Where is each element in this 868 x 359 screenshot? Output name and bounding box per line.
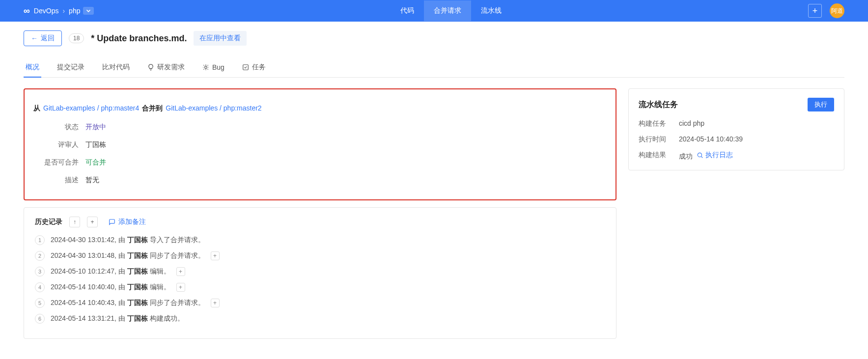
build-result-label: 构建结果 [639, 151, 672, 161]
history-item-text: 2024-04-30 13:01:42, 由 丁国栋 导入了合并请求。 [51, 236, 205, 245]
history-header: 历史记录 ↑ + 添加备注 [35, 217, 605, 227]
tab-diff[interactable]: 比对代码 [100, 58, 132, 78]
history-item-number: 6 [35, 314, 45, 324]
source-branch-link[interactable]: GitLab-examples / php:master4 [43, 104, 139, 112]
svg-line-3 [701, 157, 702, 158]
app-view-button[interactable]: 在应用中查看 [194, 31, 247, 46]
header-breadcrumb: ∞ DevOps › php [24, 6, 94, 16]
header-nav-tabs: 代码 合并请求 流水线 [391, 0, 511, 21]
description-value: 暂无 [85, 176, 99, 185]
execute-button[interactable]: 执行 [808, 98, 834, 111]
content-wrapper: 概况 提交记录 比对代码 研发需求 Bug 任务 从 GitLab-exampl… [0, 55, 868, 339]
project-name: php [69, 7, 80, 15]
mergeable-value: 可合并 [85, 158, 106, 167]
page-subheader: ← 返回 18 * Update branches.md. 在应用中查看 [0, 22, 868, 55]
main-layout: 从 GitLab-examples / php:master4 合并到 GitL… [24, 88, 844, 339]
tab-bug[interactable]: Bug [200, 58, 226, 78]
log-link[interactable]: 执行日志 [697, 151, 733, 160]
nav-tab-code[interactable]: 代码 [391, 0, 424, 21]
content-tabs: 概况 提交记录 比对代码 研发需求 Bug 任务 [24, 55, 844, 78]
nav-tab-merge-request[interactable]: 合并请求 [424, 0, 471, 21]
history-item-number: 4 [35, 282, 45, 292]
exec-time-row: 执行时间 2024-05-14 10:40:39 [639, 135, 834, 144]
tab-commits[interactable]: 提交记录 [55, 58, 86, 78]
history-item-number: 2 [35, 251, 45, 261]
history-item-expand-button[interactable]: + [176, 267, 185, 276]
reviewer-label: 评审人 [33, 140, 79, 149]
tab-overview[interactable]: 概况 [24, 58, 41, 78]
description-row: 描述 暂无 [33, 176, 607, 185]
status-label: 状态 [33, 123, 79, 132]
user-avatar[interactable]: 阿道 [830, 3, 844, 18]
product-name[interactable]: DevOps [34, 7, 59, 15]
exec-time-label: 执行时间 [639, 135, 672, 144]
history-item: 62024-05-14 13:31:21, 由 丁国栋 构建成功。 [35, 314, 605, 324]
bug-icon [202, 64, 209, 71]
tab-requirements[interactable]: 研发需求 [145, 58, 187, 78]
svg-rect-1 [243, 65, 249, 70]
history-item: 32024-05-10 10:12:47, 由 丁国栋 编辑。+ [35, 267, 605, 276]
build-task-row: 构建任务 cicd php [639, 119, 834, 128]
history-panel: 历史记录 ↑ + 添加备注 12024-04-30 13:01:42, 由 丁国… [24, 207, 616, 339]
reviewer-row: 评审人 丁国栋 [33, 140, 607, 149]
build-result-value: 成功 执行日志 [679, 151, 733, 161]
back-arrow-icon: ← [31, 34, 38, 42]
mr-number-badge: 18 [69, 33, 84, 43]
pipeline-panel: 流水线任务 执行 构建任务 cicd php 执行时间 2024-05-14 1… [628, 88, 844, 170]
reviewer-value: 丁国栋 [85, 140, 106, 149]
history-item-text: 2024-05-10 10:12:47, 由 丁国栋 编辑。 [51, 267, 170, 276]
description-label: 描述 [33, 176, 79, 185]
status-value: 开放中 [85, 123, 106, 132]
history-item-expand-button[interactable]: + [176, 283, 185, 292]
mergeable-label: 是否可合并 [33, 158, 79, 167]
history-item-text: 2024-05-14 13:31:21, 由 丁国栋 构建成功。 [51, 314, 184, 323]
devops-logo-icon: ∞ [24, 6, 30, 16]
header-actions: + 阿道 [808, 3, 844, 18]
exec-time-value: 2024-05-14 10:40:39 [679, 135, 743, 144]
from-label: 从 [33, 104, 40, 113]
build-task-value: cicd php [679, 119, 704, 128]
comment-icon [109, 219, 115, 225]
history-title: 历史记录 [35, 218, 62, 226]
lightbulb-icon [147, 64, 154, 71]
target-branch-link[interactable]: GitLab-examples / php:master2 [166, 104, 261, 112]
history-item-expand-button[interactable]: + [211, 299, 220, 307]
svg-point-2 [698, 153, 701, 157]
history-item: 12024-04-30 13:01:42, 由 丁国栋 导入了合并请求。 [35, 235, 605, 245]
history-item-number: 5 [35, 298, 45, 308]
history-item: 42024-05-14 10:40:40, 由 丁国栋 编辑。+ [35, 282, 605, 292]
history-item: 52024-05-14 10:40:43, 由 丁国栋 同步了合并请求。+ [35, 298, 605, 308]
tab-task[interactable]: 任务 [240, 58, 268, 78]
history-item-text: 2024-05-14 10:40:40, 由 丁国栋 编辑。 [51, 283, 170, 292]
project-selector[interactable]: php [69, 7, 94, 15]
search-icon [697, 152, 703, 159]
expand-plus-button[interactable]: + [87, 217, 98, 227]
svg-point-0 [205, 66, 207, 69]
history-item-number: 1 [35, 235, 45, 245]
build-task-label: 构建任务 [639, 119, 672, 128]
add-button[interactable]: + [808, 4, 822, 18]
build-result-row: 构建结果 成功 执行日志 [639, 151, 834, 161]
top-header: ∞ DevOps › php 代码 合并请求 流水线 + 阿道 [0, 0, 868, 22]
nav-tab-pipeline[interactable]: 流水线 [471, 0, 511, 21]
mr-info-panel: 从 GitLab-examples / php:master4 合并到 GitL… [24, 88, 616, 200]
back-button[interactable]: ← 返回 [24, 30, 62, 46]
back-label: 返回 [41, 34, 55, 43]
history-item: 22024-04-30 13:01:48, 由 丁国栋 同步了合并请求。+ [35, 251, 605, 261]
history-item-expand-button[interactable]: + [211, 251, 220, 260]
pipeline-header: 流水线任务 执行 [639, 98, 834, 111]
history-item-text: 2024-05-14 10:40:43, 由 丁国栋 同步了合并请求。 [51, 299, 205, 307]
add-note-button[interactable]: 添加备注 [109, 218, 146, 226]
chevron-down-icon[interactable] [83, 7, 94, 15]
status-row: 状态 开放中 [33, 123, 607, 132]
page-title: * Update branches.md. [91, 33, 187, 44]
right-column: 流水线任务 执行 构建任务 cicd php 执行时间 2024-05-14 1… [628, 88, 844, 339]
mergeable-row: 是否可合并 可合并 [33, 158, 607, 167]
left-column: 从 GitLab-examples / php:master4 合并到 GitL… [24, 88, 616, 339]
checklist-icon [242, 64, 249, 71]
breadcrumb-separator: › [62, 7, 65, 15]
mr-branch-info: 从 GitLab-examples / php:master4 合并到 GitL… [33, 104, 607, 113]
history-item-number: 3 [35, 267, 45, 276]
collapse-up-button[interactable]: ↑ [69, 217, 80, 227]
pipeline-title: 流水线任务 [639, 100, 678, 110]
